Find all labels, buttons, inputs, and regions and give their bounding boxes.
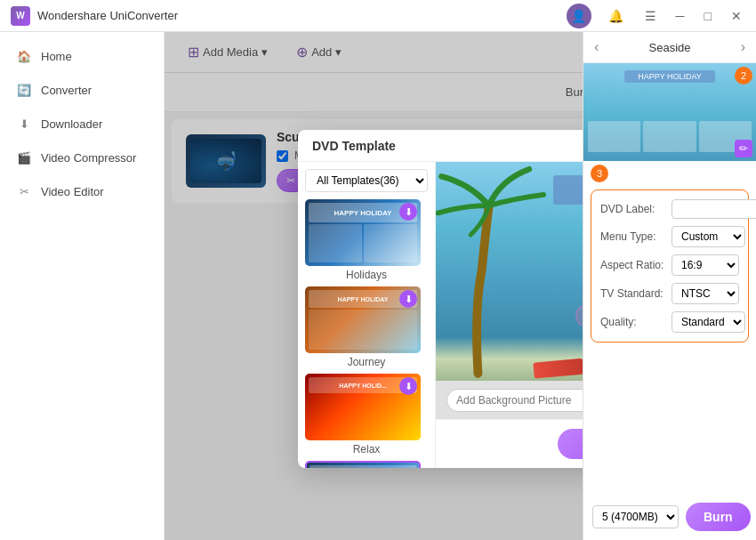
titlebar: W Wondershare UniConverter 👤 🔔 ☰ ─ □ ✕	[0, 0, 756, 32]
template-list: All Templates(36) HAPPY HOLIDAY	[298, 162, 436, 468]
sidebar-item-downloader[interactable]: ⬇ Downloader	[0, 107, 164, 141]
sidebar-item-converter[interactable]: 🔄 Converter	[0, 73, 164, 107]
settings-panel: DVD Label: Menu Type: Custom Standard No…	[591, 189, 749, 343]
home-icon: 🏠	[16, 48, 32, 64]
prev-template-arrow[interactable]: ‹	[589, 37, 604, 57]
quality-select[interactable]: Standard High Low	[672, 311, 745, 333]
template-name-journey: Journey	[305, 356, 428, 368]
aspect-ratio-label: Aspect Ratio:	[600, 259, 672, 271]
dvd-label-row: DVD Label:	[600, 199, 739, 219]
menu-type-select[interactable]: Custom Standard None	[672, 226, 745, 247]
right-bottom: 5 (4700MB) Burn	[583, 494, 756, 540]
template-item-journey[interactable]: HAPPY HOLIDAY ⬇ Journey	[305, 286, 428, 368]
template-name-relax: Relax	[305, 443, 428, 455]
edit-template-icon[interactable]: ✏	[735, 140, 752, 157]
main-layout: 🏠 Home 🔄 Converter ⬇ Downloader 🎬 Video …	[0, 32, 756, 540]
sidebar-item-home[interactable]: 🏠 Home	[0, 39, 164, 73]
template-name-holidays: Holidays	[305, 269, 428, 281]
sidebar: 🏠 Home 🔄 Converter ⬇ Downloader 🎬 Video …	[0, 32, 165, 540]
burn-button[interactable]: Burn	[686, 503, 751, 531]
compressor-icon: 🎬	[16, 149, 32, 165]
template-thumb-relax: HAPPY HOLID... ⬇	[305, 374, 421, 440]
aspect-ratio-select[interactable]: 16:9 4:3	[672, 254, 739, 276]
template-thumb-holidays: HAPPY HOLIDAY ⬇	[305, 199, 421, 266]
download-holidays-icon[interactable]: ⬇	[399, 203, 417, 221]
right-panel-header: ‹ Seaside ›	[583, 32, 756, 63]
notification-icon[interactable]: 🔔	[604, 4, 629, 28]
sidebar-label-downloader: Downloader	[41, 117, 102, 131]
tv-standard-row: TV Standard: NTSC PAL	[600, 283, 739, 304]
titlebar-left: W Wondershare UniConverter	[11, 6, 178, 26]
current-template-label: Seaside	[649, 41, 691, 54]
editor-icon: ✂	[16, 183, 32, 199]
download-relax-icon[interactable]: ⬇	[399, 377, 417, 395]
sidebar-label-converter: Converter	[41, 84, 92, 97]
menu-type-row: Menu Type: Custom Standard None	[600, 226, 739, 247]
user-icon[interactable]: 👤	[567, 4, 591, 28]
sidebar-item-video-editor[interactable]: ✂ Video Editor	[0, 174, 164, 208]
sidebar-label-editor: Video Editor	[41, 185, 104, 198]
bg-picture-input[interactable]	[446, 389, 599, 412]
dvd-label-input[interactable]	[672, 199, 756, 219]
tv-standard-label: TV Standard:	[600, 287, 672, 300]
badge-2: 2	[735, 67, 752, 85]
sidebar-item-video-compressor[interactable]: 🎬 Video Compressor	[0, 141, 164, 174]
app-logo: W	[11, 6, 30, 26]
dvd-title: DVD Template	[312, 139, 396, 153]
sidebar-label-home: Home	[41, 50, 72, 63]
dvd-label-label: DVD Label:	[600, 203, 672, 215]
content-area: ⊞ Add Media ▾ ⊕ Add ▾ Burn video to: DVD…	[165, 32, 756, 540]
menu-icon[interactable]: ☰	[641, 9, 660, 23]
dvd-template-modal: DVD Template ✕ All Templates(36)	[165, 32, 756, 540]
quality-row: Quality: Standard High Low	[600, 311, 739, 333]
maximize-btn[interactable]: □	[701, 9, 715, 23]
template-filter[interactable]: All Templates(36)	[305, 169, 428, 192]
template-thumb-seaside: HAPPY HOLIDAY	[305, 461, 421, 468]
converter-icon: 🔄	[16, 82, 32, 98]
template-item-holidays[interactable]: HAPPY HOLIDAY ⬇ Holidays	[305, 199, 428, 281]
sidebar-label-compressor: Video Compressor	[41, 151, 136, 165]
right-preview-img: HAPPY HOLIDAY	[583, 63, 756, 161]
app-title: Wondershare UniConverter	[37, 9, 178, 22]
tv-standard-select[interactable]: NTSC PAL	[672, 283, 739, 304]
template-item-seaside[interactable]: HAPPY HOLIDAY Seaside	[305, 461, 428, 468]
badge-3: 3	[591, 165, 608, 182]
titlebar-right: 👤 🔔 ☰ ─ □ ✕	[567, 4, 745, 28]
next-template-arrow[interactable]: ›	[736, 37, 751, 57]
template-item-relax[interactable]: HAPPY HOLID... ⬇ Relax	[305, 374, 428, 455]
close-btn[interactable]: ✕	[728, 9, 745, 23]
minimize-btn[interactable]: ─	[672, 9, 688, 23]
download-journey-icon[interactable]: ⬇	[399, 290, 417, 308]
downloader-icon: ⬇	[16, 116, 32, 132]
template-thumb-journey: HAPPY HOLIDAY ⬇	[305, 286, 421, 353]
quality-label: Quality:	[600, 316, 672, 328]
right-panel: ‹ Seaside › HAPPY HOLIDAY	[583, 32, 756, 540]
menu-type-label: Menu Type:	[600, 230, 672, 243]
disk-select[interactable]: 5 (4700MB)	[592, 505, 679, 528]
aspect-ratio-row: Aspect Ratio: 16:9 4:3	[600, 254, 739, 276]
right-preview: HAPPY HOLIDAY 2 ✏	[583, 63, 756, 161]
